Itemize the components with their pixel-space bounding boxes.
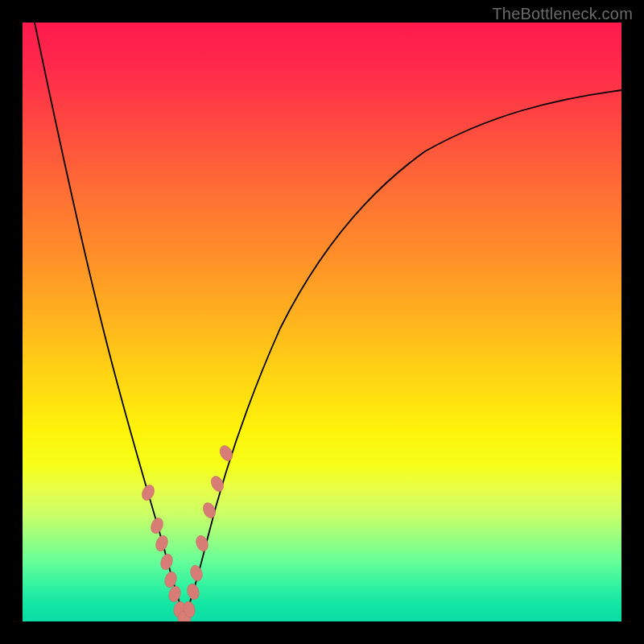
curve-marker bbox=[186, 582, 201, 601]
curve-marker bbox=[159, 552, 174, 571]
curve-marker bbox=[188, 564, 204, 582]
plot-area bbox=[23, 23, 621, 621]
curve-marker bbox=[149, 516, 165, 535]
curve-marker bbox=[217, 444, 235, 463]
curve-marker bbox=[154, 534, 170, 553]
bottleneck-curve-svg bbox=[23, 23, 621, 621]
watermark-text: TheBottleneck.com bbox=[492, 5, 633, 23]
curve-marker bbox=[201, 501, 218, 520]
curve-marker bbox=[208, 474, 225, 493]
bottleneck-curve bbox=[35, 23, 621, 618]
chart-frame: TheBottleneck.com bbox=[0, 0, 644, 644]
marker-group bbox=[140, 444, 235, 621]
curve-marker bbox=[140, 483, 157, 502]
